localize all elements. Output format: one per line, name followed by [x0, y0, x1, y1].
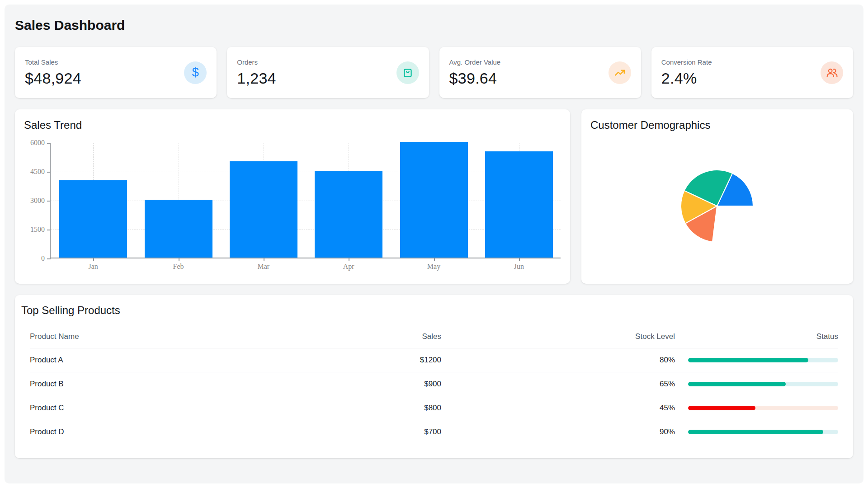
- x-axis-tick: [93, 258, 94, 261]
- product-name-cell: Product C: [30, 404, 233, 413]
- table-body: Product A$120080%Product B$90065%Product…: [30, 348, 838, 444]
- x-axis-tick: [519, 258, 520, 261]
- products-table: Product Name Sales Stock Level Status Pr…: [15, 329, 853, 444]
- x-axis-tick-label: May: [411, 263, 457, 271]
- y-axis-tick: [47, 201, 51, 202]
- shopping-bag-icon: [396, 61, 419, 84]
- trending-up-icon: [609, 61, 631, 84]
- charts-row: Sales Trend 01500300045006000JanFebMarAp…: [15, 109, 853, 284]
- stock-level-cell: 80%: [441, 356, 675, 365]
- table-header-row: Product Name Sales Stock Level Status: [30, 329, 838, 348]
- bar-feb: [145, 200, 212, 258]
- table-row: Product A$120080%: [30, 348, 838, 372]
- table-row: Product D$70090%: [30, 420, 838, 444]
- col-header-product-name: Product Name: [30, 332, 233, 341]
- kpi-label: Orders: [237, 58, 276, 66]
- x-axis-tick: [434, 258, 435, 261]
- bar-apr: [315, 171, 382, 258]
- product-name-cell: Product D: [30, 427, 233, 436]
- stock-level-cell: 45%: [441, 404, 675, 413]
- y-axis-tick-label: 3000: [18, 197, 45, 205]
- kpi-card-orders: Orders 1,234: [227, 47, 429, 98]
- kpi-card-avg-order-value: Avg. Order Value $39.64: [439, 47, 641, 98]
- status-cell: [675, 358, 838, 362]
- top-selling-products-title: Top Selling Products: [21, 304, 853, 317]
- kpi-value: 2.4%: [661, 70, 712, 87]
- sales-trend-title: Sales Trend: [24, 119, 561, 132]
- status-cell: [675, 406, 838, 410]
- stock-progress-track: [688, 358, 838, 362]
- top-selling-products-card: Top Selling Products Product Name Sales …: [15, 295, 853, 458]
- demographics-pie-chart: [581, 109, 853, 284]
- stock-progress-fill: [688, 358, 808, 362]
- table-row: Product B$90065%: [30, 372, 838, 396]
- kpi-text: Conversion Rate 2.4%: [661, 58, 712, 87]
- x-axis-tick-label: Mar: [241, 263, 286, 271]
- col-header-stock-level: Stock Level: [441, 332, 675, 341]
- stock-progress-track: [688, 430, 838, 434]
- status-cell: [675, 382, 838, 386]
- y-gridline: [51, 201, 561, 201]
- y-axis-tick: [47, 258, 51, 259]
- x-axis-tick-label: Feb: [156, 263, 201, 271]
- page-title: Sales Dashboard: [15, 19, 853, 32]
- kpi-label: Conversion Rate: [661, 58, 712, 66]
- y-axis-tick-label: 6000: [18, 139, 45, 147]
- stock-level-cell: 90%: [441, 427, 675, 436]
- x-axis-tick: [179, 258, 179, 261]
- dashboard-page: Sales Dashboard Total Sales $48,924 $ Or…: [5, 5, 863, 483]
- stock-progress-fill: [688, 382, 786, 386]
- kpi-value: $39.64: [449, 70, 501, 87]
- kpi-value: $48,924: [25, 70, 81, 87]
- bar-may: [400, 142, 468, 258]
- dollar-icon: $: [184, 61, 207, 84]
- x-axis-tick-label: Jan: [71, 263, 116, 271]
- sales-trend-bar-chart: 01500300045006000JanFebMarAprMayJun: [50, 143, 561, 258]
- y-gridline: [51, 230, 561, 230]
- sales-cell: $800: [233, 404, 441, 413]
- x-axis-tick: [264, 258, 264, 261]
- kpi-card-conversion-rate: Conversion Rate 2.4%: [651, 47, 853, 98]
- y-axis-tick-label: 1500: [18, 225, 45, 234]
- sales-cell: $900: [233, 380, 441, 389]
- y-axis-tick-label: 4500: [18, 168, 45, 176]
- kpi-value: 1,234: [237, 70, 276, 87]
- status-cell: [675, 430, 838, 434]
- y-axis-tick-label: 0: [18, 254, 45, 263]
- stock-progress-track: [688, 406, 838, 410]
- kpi-text: Total Sales $48,924: [25, 58, 81, 87]
- col-header-sales: Sales: [233, 332, 441, 341]
- kpi-label: Total Sales: [25, 58, 81, 66]
- sales-cell: $1200: [233, 356, 441, 365]
- bar-jun: [485, 151, 553, 258]
- y-gridline: [51, 143, 561, 143]
- product-name-cell: Product B: [30, 380, 233, 389]
- x-axis-tick: [349, 258, 349, 261]
- kpi-text: Avg. Order Value $39.64: [449, 58, 501, 87]
- kpi-card-total-sales: Total Sales $48,924 $: [15, 47, 217, 98]
- stock-progress-fill: [688, 406, 755, 410]
- bar-jan: [59, 180, 127, 258]
- y-axis-tick: [47, 143, 51, 144]
- y-axis-tick: [47, 230, 51, 230]
- stock-progress-fill: [688, 430, 823, 434]
- x-axis-tick-label: Jun: [496, 263, 542, 271]
- y-axis-tick: [47, 172, 51, 173]
- col-header-status: Status: [675, 332, 838, 341]
- sales-trend-card: Sales Trend 01500300045006000JanFebMarAp…: [15, 109, 570, 284]
- stock-level-cell: 65%: [441, 380, 675, 389]
- table-row: Product C$80045%: [30, 396, 838, 420]
- y-gridline: [51, 172, 561, 172]
- kpi-row: Total Sales $48,924 $ Orders 1,234 Avg. …: [15, 47, 853, 98]
- product-name-cell: Product A: [30, 356, 233, 365]
- customer-demographics-card: Customer Demographics: [581, 109, 853, 284]
- bar-mar: [230, 161, 297, 258]
- users-icon: [821, 61, 843, 84]
- x-axis-tick-label: Apr: [326, 263, 371, 271]
- sales-cell: $700: [233, 427, 441, 436]
- stock-progress-track: [688, 382, 838, 386]
- kpi-label: Avg. Order Value: [449, 58, 501, 66]
- kpi-text: Orders 1,234: [237, 58, 276, 87]
